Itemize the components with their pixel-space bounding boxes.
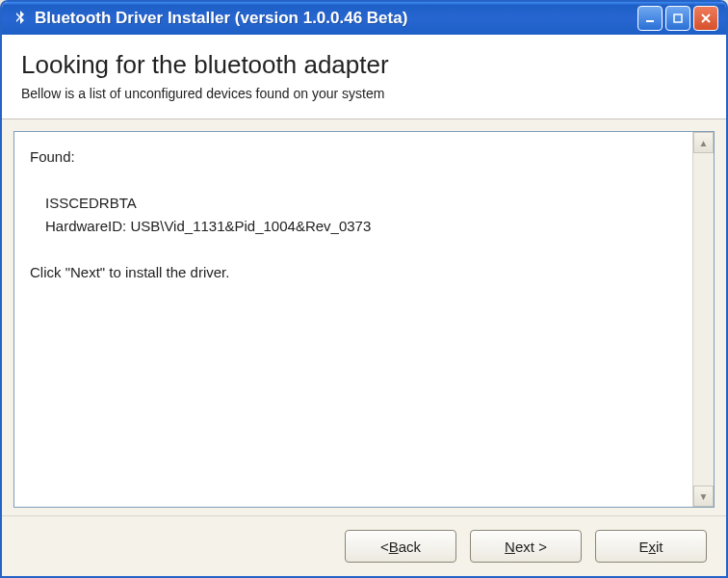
- hardware-id-label: HardwareID:: [45, 218, 126, 234]
- page-subtitle: Bellow is a list of unconfigured devices…: [21, 86, 707, 101]
- svg-rect-1: [674, 14, 682, 22]
- scrollbar[interactable]: ▲ ▼: [692, 132, 714, 507]
- installer-window: Bluetooth Driver Installer (version 1.0.…: [0, 0, 728, 578]
- content-area: Found: ISSCEDRBTA HardwareID: USB\Vid_11…: [2, 119, 726, 515]
- close-button[interactable]: [693, 6, 718, 31]
- exit-button[interactable]: Exit: [595, 530, 707, 563]
- bluetooth-icon: [12, 10, 29, 27]
- device-list-box: Found: ISSCEDRBTA HardwareID: USB\Vid_11…: [13, 131, 715, 508]
- hardware-id: HardwareID: USB\Vid_1131&Pid_1004&Rev_03…: [30, 215, 677, 238]
- wizard-header: Looking for the bluetooth adapter Bellow…: [2, 35, 726, 119]
- minimize-button[interactable]: [637, 6, 663, 31]
- next-button[interactable]: Next >: [470, 530, 582, 563]
- chevron-down-icon: ▼: [699, 491, 709, 502]
- hardware-id-value: USB\Vid_1131&Pid_1004&Rev_0373: [130, 218, 371, 234]
- found-label: Found:: [30, 145, 677, 169]
- window-title: Bluetooth Driver Installer (version 1.0.…: [35, 9, 637, 28]
- svg-rect-0: [646, 20, 654, 22]
- back-button[interactable]: < Back: [345, 530, 456, 563]
- chevron-up-icon: ▲: [699, 138, 709, 148]
- device-list-text: Found: ISSCEDRBTA HardwareID: USB\Vid_11…: [14, 132, 692, 507]
- page-title: Looking for the bluetooth adapter: [21, 50, 707, 80]
- instruction-text: Click "Next" to install the driver.: [30, 261, 677, 284]
- window-controls: [637, 6, 718, 31]
- button-row: < Back Next > Exit: [2, 515, 726, 576]
- scroll-down-button[interactable]: ▼: [693, 486, 714, 507]
- scroll-up-button[interactable]: ▲: [693, 132, 714, 153]
- titlebar: Bluetooth Driver Installer (version 1.0.…: [2, 2, 726, 35]
- maximize-button[interactable]: [665, 6, 690, 31]
- device-name: ISSCEDRBTA: [30, 192, 677, 215]
- scroll-track[interactable]: [693, 153, 714, 486]
